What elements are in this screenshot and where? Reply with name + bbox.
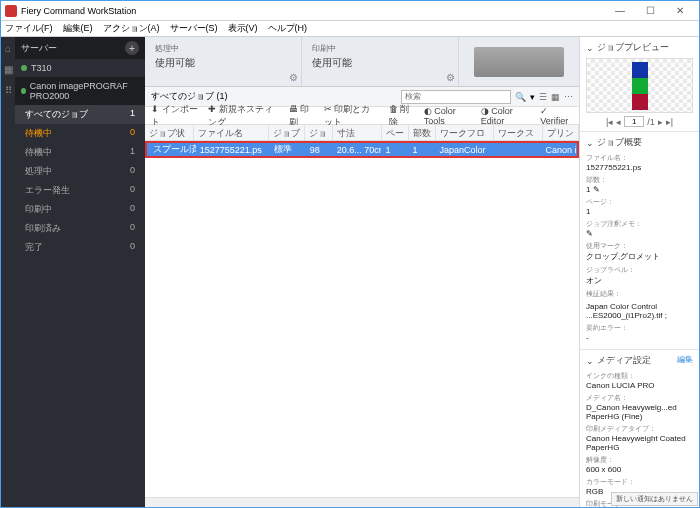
window-title: Fiery Command WorkStation	[21, 6, 605, 16]
printing-status: 印刷中 使用可能 ⚙	[302, 37, 459, 86]
gear-icon[interactable]: ⚙	[289, 72, 298, 83]
pager-last-icon[interactable]: ▸|	[666, 117, 673, 127]
statusbar: 処理中 使用可能 ⚙ 印刷中 使用可能 ⚙	[145, 37, 579, 87]
column-header-cell[interactable]: 寸法	[333, 125, 382, 140]
sidebar: サーバー + T310Canon imagePROGRAF PRO2000 すべ…	[15, 37, 145, 507]
media-row: 印刷メディアタイプ：Canon Heavyweight Coated Paper…	[586, 424, 693, 452]
search-input[interactable]	[401, 90, 511, 104]
media-section-title[interactable]: メディア設定	[586, 354, 651, 367]
home-icon[interactable]: ⌂	[5, 43, 11, 54]
sidebar-item[interactable]: すべてのジョブ1	[15, 105, 145, 124]
sidebar-item[interactable]: 印刷済み0	[15, 219, 145, 238]
column-header-cell[interactable]: 部数	[409, 125, 436, 140]
pager: |◂ ◂ /1 ▸ ▸|	[586, 116, 693, 127]
sidebar-item[interactable]: 待機中0	[15, 124, 145, 143]
sidebar-item[interactable]: エラー発生0	[15, 181, 145, 200]
menu-item[interactable]: ヘルプ(H)	[268, 22, 308, 35]
summary-row: 部数：1 ✎	[586, 175, 693, 194]
iconstrip: ⌂ ▦ ⠿	[1, 37, 15, 507]
server-item[interactable]: T310	[15, 59, 145, 77]
sidebar-item[interactable]: 完了0	[15, 238, 145, 257]
sidebar-item[interactable]: 処理中0	[15, 162, 145, 181]
dropdown-icon[interactable]: ▾	[530, 92, 535, 102]
menu-item[interactable]: 編集(E)	[63, 22, 93, 35]
sidebar-title: サーバー	[21, 42, 57, 55]
column-header-cell[interactable]: ワークスペース	[494, 125, 543, 140]
server-item[interactable]: Canon imagePROGRAF PRO2000	[15, 77, 145, 105]
media-row: 解像度：600 x 600	[586, 455, 693, 474]
column-header-cell[interactable]: ジョブ状況	[145, 125, 194, 140]
menu-item[interactable]: アクション(A)	[103, 22, 160, 35]
view-grid-icon[interactable]: ▦	[551, 92, 560, 102]
titlebar: Fiery Command WorkStation — ☐ ✕	[1, 1, 699, 21]
right-panel: ジョブプレビュー |◂ ◂ /1 ▸ ▸| ジョブ概要 ファイル名：152775…	[579, 37, 699, 507]
job-list: スプール済み 1527755221.ps 標準 98 20.6... 70cm …	[145, 141, 579, 507]
job-preview	[586, 58, 693, 113]
processing-status: 処理中 使用可能 ⚙	[145, 37, 302, 86]
summary-row: Japan Color Control ...ES2000_(i1Pro2).t…	[586, 302, 693, 320]
summary-row: ジョブラベル：オン	[586, 265, 693, 286]
minimize-button[interactable]: —	[605, 1, 635, 21]
maximize-button[interactable]: ☐	[635, 1, 665, 21]
column-header-cell[interactable]: ジョブID	[305, 125, 332, 140]
job-row[interactable]: スプール済み 1527755221.ps 標準 98 20.6... 70cm …	[145, 141, 579, 158]
summary-section-title[interactable]: ジョブ概要	[586, 136, 693, 149]
pager-first-icon[interactable]: |◂	[606, 117, 613, 127]
grid-icon[interactable]: ⠿	[5, 85, 12, 96]
printer-image	[459, 37, 579, 86]
column-header-cell[interactable]: ジョブの種類	[269, 125, 305, 140]
toolbar-button[interactable]: ◑ Color Editor	[481, 106, 530, 126]
column-header-cell[interactable]: ファイル名	[194, 125, 269, 140]
add-server-button[interactable]: +	[125, 41, 139, 55]
column-header-cell[interactable]: プリンター	[543, 125, 579, 140]
horizontal-scrollbar[interactable]	[145, 497, 579, 507]
sidebar-item[interactable]: 印刷中0	[15, 200, 145, 219]
close-button[interactable]: ✕	[665, 1, 695, 21]
menubar: ファイル(F)編集(E)アクション(A)サーバー(S)表示(V)ヘルプ(H)	[1, 21, 699, 37]
gear-icon[interactable]: ⚙	[446, 72, 455, 83]
summary-row: ジョブ注釈メモ：✎	[586, 219, 693, 238]
notification-status: 新しい通知はありません	[611, 492, 698, 506]
view-list-icon[interactable]: ☰	[539, 92, 547, 102]
menu-item[interactable]: ファイル(F)	[5, 22, 53, 35]
toolbar: ⬇ インポート✚ 新規ネスティング🖶 印刷✂ 印刷とカット🗑 削除◐ Color…	[145, 107, 579, 125]
pager-input[interactable]	[624, 116, 644, 127]
media-row: メディア名：D_Canon Heavyweig...ed PaperHG (Fi…	[586, 393, 693, 421]
main-area: 処理中 使用可能 ⚙ 印刷中 使用可能 ⚙ すべてのジョブ (1) 🔍 ▾	[145, 37, 579, 507]
toolbar-button[interactable]: ◐ Color Tools	[424, 106, 471, 126]
preview-section-title[interactable]: ジョブプレビュー	[586, 41, 693, 54]
summary-row: 検証結果：	[586, 289, 693, 299]
summary-row: 要約エラー：-	[586, 323, 693, 342]
toolbar-button[interactable]: ✓ Verifier	[540, 106, 573, 126]
sidebar-header: サーバー +	[15, 37, 145, 59]
summary-row: ファイル名：1527755221.ps	[586, 153, 693, 172]
pager-prev-icon[interactable]: ◂	[616, 117, 621, 127]
view-more-icon[interactable]: ⋯	[564, 92, 573, 102]
menu-item[interactable]: サーバー(S)	[170, 22, 218, 35]
menu-item[interactable]: 表示(V)	[228, 22, 258, 35]
column-header: ジョブ状況ファイル名ジョブの種類ジョブID寸法ページ部数ワークフローワークスペー…	[145, 125, 579, 141]
media-edit-link[interactable]: 編集	[677, 354, 693, 371]
column-header-cell[interactable]: ワークフロー	[436, 125, 494, 140]
page-icon[interactable]: ▦	[4, 64, 13, 75]
sidebar-item[interactable]: 待機中1	[15, 143, 145, 162]
pager-next-icon[interactable]: ▸	[658, 117, 663, 127]
summary-row: ページ：1	[586, 197, 693, 216]
list-title: すべてのジョブ (1)	[151, 90, 228, 103]
summary-row: 使用マーク：クロップ,グロメット	[586, 241, 693, 262]
search-icon[interactable]: 🔍	[515, 92, 526, 102]
media-row: インクの種類：Canon LUCIA PRO	[586, 371, 693, 390]
app-icon	[5, 5, 17, 17]
column-header-cell[interactable]: ページ	[382, 125, 409, 140]
